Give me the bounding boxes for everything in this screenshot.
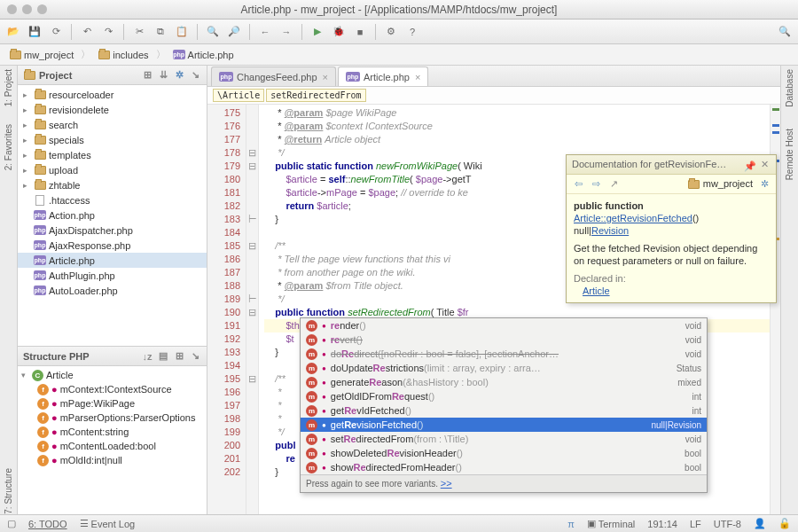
undo-icon[interactable]: ↶ (79, 24, 95, 40)
forward-icon[interactable]: → (278, 24, 294, 40)
struct-field[interactable]: f●mContent:string (18, 425, 207, 439)
completion-item[interactable]: m●revert()void (301, 332, 707, 347)
minimize-icon[interactable] (22, 4, 32, 14)
doc-back-icon[interactable]: ⇦ (572, 178, 584, 191)
traffic-lights[interactable] (7, 4, 47, 14)
close-tab-icon[interactable]: × (415, 72, 420, 82)
hide-panel-icon[interactable]: ↘ (189, 69, 201, 82)
cut-icon[interactable]: ✂ (131, 24, 147, 40)
sync-icon[interactable]: ⟳ (48, 24, 64, 40)
close-doc-icon[interactable]: ✕ (758, 159, 771, 171)
fold-gutter[interactable]: ⊟⊟⊢⊟⊢⊟⊟ (246, 105, 259, 514)
tree-item-AjaxDispatcher.php[interactable]: phpAjaxDispatcher.php (18, 223, 207, 238)
lock-icon[interactable]: 🔓 (778, 518, 791, 529)
editor-breadcrumb[interactable]: \ArticlesetRedirectedFrom (207, 87, 780, 105)
line-ending[interactable]: LF (690, 519, 701, 529)
tab-Article.php[interactable]: phpArticle.php× (338, 66, 428, 86)
completion-item[interactable]: m●getRevIdFetched()int (301, 403, 707, 418)
tree-item-Action.php[interactable]: phpAction.php (18, 207, 207, 223)
editor-crumb[interactable]: \Article (213, 89, 264, 102)
project-collapse-icon[interactable]: ⇊ (157, 69, 169, 82)
tree-item-upload[interactable]: ▸upload (18, 162, 207, 177)
redo-icon[interactable]: ↷ (100, 24, 116, 40)
quick-doc-popup[interactable]: Documentation for getRevisionFe… 📌 ✕ ⇦ ⇨… (566, 154, 777, 303)
doc-fwd-icon[interactable]: ⇨ (590, 178, 602, 191)
help-icon[interactable]: ? (404, 24, 420, 40)
gear-icon[interactable]: ✲ (173, 69, 185, 82)
struct-field[interactable]: f●mContentLoaded:bool (18, 439, 207, 453)
pin-icon[interactable]: 📌 (744, 160, 755, 170)
completion-item[interactable]: m●showDeletedRevisionHeader()bool (301, 446, 707, 460)
todo-button[interactable]: 6: TODO (28, 519, 67, 529)
tree-item-resourceloader[interactable]: ▸resourceloader (18, 87, 207, 102)
search-everywhere-icon[interactable]: 🔍 (777, 24, 793, 40)
doc-sig-link[interactable]: Article::getRevisionFetched (574, 213, 692, 223)
project-view-mode-icon[interactable]: ⊞ (141, 69, 153, 82)
breadcrumb-mw_project[interactable]: mw_project (5, 48, 77, 62)
replace-icon[interactable]: 🔎 (226, 24, 242, 40)
tool-2: Favorites[interactable]: 2: Favorites (4, 124, 13, 170)
tool-1: Project[interactable]: 1: Project (4, 69, 13, 106)
tree-item-search[interactable]: ▸search (18, 117, 207, 132)
tree-item-specials[interactable]: ▸specials (18, 132, 207, 147)
project-tree[interactable]: ▸resourceloader▸revisiondelete▸search▸sp… (18, 85, 207, 346)
breadcrumb-includes[interactable]: includes (94, 48, 152, 62)
code-editor[interactable]: 1751761771781791801811821831841851861871… (207, 105, 780, 514)
encoding[interactable]: UTF-8 (714, 519, 741, 529)
tree-item-zhtable[interactable]: ▸zhtable (18, 177, 207, 192)
tree-item-AutoLoader.php[interactable]: phpAutoLoader.php (18, 283, 207, 298)
completion-item[interactable]: m●getRevisionFetched()null|Revision (301, 418, 707, 432)
tree-item-revisiondelete[interactable]: ▸revisiondelete (18, 102, 207, 117)
tab-ChangesFeed.php[interactable]: phpChangesFeed.php× (211, 66, 336, 86)
inspector-icon[interactable]: 👤 (754, 518, 766, 529)
tree-item-AjaxResponse.php[interactable]: phpAjaxResponse.php (18, 238, 207, 253)
settings-icon[interactable]: ⚙ (383, 24, 399, 40)
line-gutter[interactable]: 1751761771781791801811821831841851861871… (207, 105, 246, 514)
tool-7: Structure[interactable]: 7: Structure (4, 468, 13, 514)
expand-icon[interactable]: ⊞ (173, 350, 185, 363)
doc-gear-icon[interactable]: ✲ (758, 178, 771, 191)
find-icon[interactable]: 🔍 (205, 24, 221, 40)
terminal-button[interactable]: ▣ Terminal (587, 518, 636, 529)
completion-item[interactable]: m●showRedirectedFromHeader()bool (301, 460, 707, 474)
struct-field[interactable]: f●mContext:IContextSource (18, 382, 207, 396)
completion-item[interactable]: m●doRedirect([noRedir : bool = false], [… (301, 347, 707, 361)
zoom-icon[interactable] (37, 4, 47, 14)
completion-popup[interactable]: m●render()voidm●revert()voidm●doRedirect… (300, 317, 708, 493)
debug-icon[interactable]: 🐞 (331, 24, 347, 40)
tree-item-Article.php[interactable]: phpArticle.php (18, 253, 207, 268)
paste-icon[interactable]: 📋 (174, 24, 190, 40)
completion-item[interactable]: m●getOldIDFromRequest()int (301, 389, 707, 403)
breadcrumb-Article.php[interactable]: phpArticle.php (169, 48, 238, 62)
struct-field[interactable]: f●mPage:WikiPage (18, 396, 207, 411)
copy-icon[interactable]: ⧉ (153, 24, 168, 40)
editor-crumb[interactable]: setRedirectedFrom (266, 89, 365, 102)
structure-tree[interactable]: ▾CArticlef●mContext:IContextSourcef●mPag… (18, 366, 207, 514)
close-tab-icon[interactable]: × (323, 72, 328, 82)
doc-ret-link[interactable]: Revision (591, 225, 629, 236)
tree-item-.htaccess[interactable]: .htaccess (18, 192, 207, 207)
struct-field[interactable]: f●mOldId:int|null (18, 453, 207, 467)
tree-item-templates[interactable]: ▸templates (18, 147, 207, 162)
tool-Database[interactable]: Database (785, 69, 794, 107)
save-icon[interactable]: 💾 (27, 24, 43, 40)
hide-struct-icon[interactable]: ↘ (189, 350, 201, 363)
run-icon[interactable]: ▶ (309, 24, 325, 40)
completion-item[interactable]: m●setRedirectedFrom(from : \Title)void (301, 432, 707, 446)
doc-declared-link[interactable]: Article (583, 286, 610, 296)
completion-item[interactable]: m●render()void (301, 318, 707, 332)
completion-item[interactable]: m●generateReason(&hasHistory : bool)mixe… (301, 375, 707, 389)
close-icon[interactable] (7, 4, 17, 14)
completion-item[interactable]: m●doUpdateRestrictions(limit : array, ex… (301, 361, 707, 375)
sort-icon[interactable]: ↓z (141, 350, 153, 363)
tree-item-AuthPlugin.php[interactable]: phpAuthPlugin.php (18, 268, 207, 283)
doc-ext-icon[interactable]: ↗ (607, 178, 620, 191)
stop-icon[interactable]: ■ (352, 24, 368, 40)
open-icon[interactable]: 📂 (5, 24, 21, 40)
eventlog-button[interactable]: ☰ Event Log (80, 518, 136, 529)
pi-icon[interactable]: π (567, 519, 575, 529)
tool-Remote Host[interactable]: Remote Host (785, 129, 794, 180)
filter-icon[interactable]: ▤ (157, 350, 169, 363)
more-variants-link[interactable]: >> (441, 478, 452, 489)
back-icon[interactable]: ← (257, 24, 273, 40)
